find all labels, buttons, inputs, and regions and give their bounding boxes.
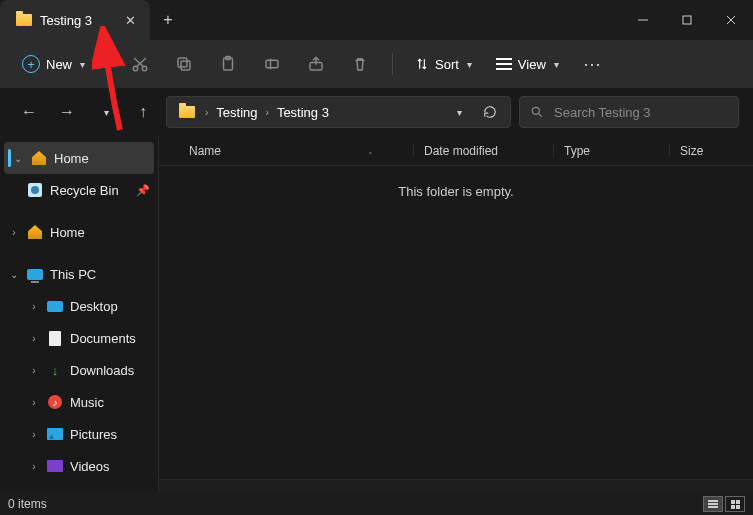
forward-button[interactable]: → xyxy=(52,97,82,127)
new-button[interactable]: + New ▾ xyxy=(12,49,95,79)
toolbar-divider xyxy=(392,53,393,75)
nav-label: Videos xyxy=(70,459,110,474)
close-tab-button[interactable]: ✕ xyxy=(122,12,138,28)
sidebar-item-videos[interactable]: › Videos xyxy=(0,450,158,482)
window-tab[interactable]: Testing 3 ✕ xyxy=(0,0,150,40)
column-type[interactable]: Type xyxy=(553,144,669,158)
chevron-right-icon[interactable]: › xyxy=(28,461,40,472)
chevron-down-icon[interactable]: ⌄ xyxy=(12,153,24,164)
item-count: 0 items xyxy=(8,497,47,511)
svg-point-15 xyxy=(532,107,539,114)
column-headers: Name˄ Date modified Type Size xyxy=(159,136,753,166)
home-icon xyxy=(28,225,42,239)
status-bar: 0 items xyxy=(0,493,753,515)
horizontal-scrollbar[interactable] xyxy=(159,479,753,493)
title-bar: Testing 3 ✕ + xyxy=(0,0,753,40)
sidebar-item-downloads[interactable]: › ↓ Downloads xyxy=(0,354,158,386)
breadcrumb-separator: › xyxy=(205,107,208,118)
sort-indicator-icon: ˄ xyxy=(368,151,373,161)
thumbnails-view-button[interactable] xyxy=(725,496,745,512)
folder-icon xyxy=(179,106,195,118)
toolbar: + New ▾ Sort ▾ View ▾ ⋯ xyxy=(0,40,753,88)
refresh-button[interactable] xyxy=(476,105,504,119)
chevron-right-icon[interactable]: › xyxy=(28,301,40,312)
sidebar-item-desktop[interactable]: › Desktop xyxy=(0,290,158,322)
empty-folder-text: This folder is empty. xyxy=(159,166,753,217)
nav-label: Documents xyxy=(70,331,136,346)
sort-button[interactable]: Sort ▾ xyxy=(405,51,482,78)
svg-rect-9 xyxy=(178,58,187,67)
breadcrumb-testing3[interactable]: Testing 3 xyxy=(273,101,333,124)
search-box[interactable] xyxy=(519,96,739,128)
tab-label: Testing 3 xyxy=(40,13,114,28)
cut-button[interactable] xyxy=(120,46,160,82)
home-icon xyxy=(32,151,46,165)
paste-button[interactable] xyxy=(208,46,248,82)
copy-button[interactable] xyxy=(164,46,204,82)
svg-line-16 xyxy=(539,114,542,117)
nav-label: Desktop xyxy=(70,299,118,314)
content-pane: Name˄ Date modified Type Size This folde… xyxy=(158,136,753,493)
more-button[interactable]: ⋯ xyxy=(573,53,613,75)
new-label: New xyxy=(46,57,72,72)
chevron-down-icon: ▾ xyxy=(80,59,85,70)
maximize-button[interactable] xyxy=(665,0,709,40)
details-view-button[interactable] xyxy=(703,496,723,512)
up-button[interactable]: ↑ xyxy=(128,97,158,127)
document-icon xyxy=(49,331,61,346)
column-name[interactable]: Name˄ xyxy=(169,144,413,158)
close-window-button[interactable] xyxy=(709,0,753,40)
sidebar-item-home[interactable]: ⌄ Home xyxy=(4,142,154,174)
chevron-down-icon: ▾ xyxy=(467,59,472,70)
chevron-right-icon[interactable]: › xyxy=(28,429,40,440)
chevron-right-icon[interactable]: › xyxy=(28,365,40,376)
sidebar-item-recycle-bin[interactable]: Recycle Bin 📌 xyxy=(0,174,158,206)
sidebar-item-documents[interactable]: › Documents xyxy=(0,322,158,354)
window-controls xyxy=(621,0,753,40)
folder-icon xyxy=(16,14,32,26)
svg-point-5 xyxy=(142,66,147,71)
address-row: ← → ▾ ↑ › Testing › Testing 3 ▾ xyxy=(0,88,753,136)
navigation-pane: ⌄ Home Recycle Bin 📌 › Home ⌄ This PC › … xyxy=(0,136,158,493)
nav-label: Music xyxy=(70,395,104,410)
chevron-right-icon[interactable]: › xyxy=(8,227,20,238)
nav-label: Recycle Bin xyxy=(50,183,119,198)
chevron-right-icon[interactable]: › xyxy=(28,333,40,344)
nav-label: Downloads xyxy=(70,363,134,378)
svg-rect-12 xyxy=(266,60,278,68)
main-area: ⌄ Home Recycle Bin 📌 › Home ⌄ This PC › … xyxy=(0,136,753,493)
search-input[interactable] xyxy=(554,105,728,120)
new-tab-button[interactable]: + xyxy=(150,11,186,29)
sidebar-item-this-pc[interactable]: ⌄ This PC xyxy=(0,258,158,290)
share-button[interactable] xyxy=(296,46,336,82)
sidebar-item-music[interactable]: › ♪ Music xyxy=(0,386,158,418)
pc-icon xyxy=(27,269,43,280)
chevron-down-icon[interactable]: ⌄ xyxy=(8,269,20,280)
column-date[interactable]: Date modified xyxy=(413,144,553,158)
back-button[interactable]: ← xyxy=(14,97,44,127)
view-label: View xyxy=(518,57,546,72)
music-icon: ♪ xyxy=(48,395,62,409)
address-bar[interactable]: › Testing › Testing 3 ▾ xyxy=(166,96,511,128)
breadcrumb-testing[interactable]: Testing xyxy=(212,101,261,124)
recycle-bin-icon xyxy=(28,183,42,197)
downloads-icon: ↓ xyxy=(46,361,64,379)
address-dropdown-button[interactable]: ▾ xyxy=(444,107,472,118)
sidebar-item-home-2[interactable]: › Home xyxy=(0,216,158,248)
view-button[interactable]: View ▾ xyxy=(486,51,569,78)
chevron-right-icon[interactable]: › xyxy=(28,397,40,408)
delete-button[interactable] xyxy=(340,46,380,82)
nav-label: This PC xyxy=(50,267,96,282)
minimize-button[interactable] xyxy=(621,0,665,40)
column-size[interactable]: Size xyxy=(669,144,743,158)
desktop-icon xyxy=(47,301,63,312)
pictures-icon xyxy=(47,428,63,440)
sidebar-item-pictures[interactable]: › Pictures xyxy=(0,418,158,450)
nav-label: Home xyxy=(54,151,89,166)
plus-icon: + xyxy=(22,55,40,73)
svg-point-4 xyxy=(133,66,138,71)
svg-rect-1 xyxy=(683,16,691,24)
search-icon xyxy=(530,105,544,119)
recent-button[interactable]: ▾ xyxy=(90,97,120,127)
rename-button[interactable] xyxy=(252,46,292,82)
